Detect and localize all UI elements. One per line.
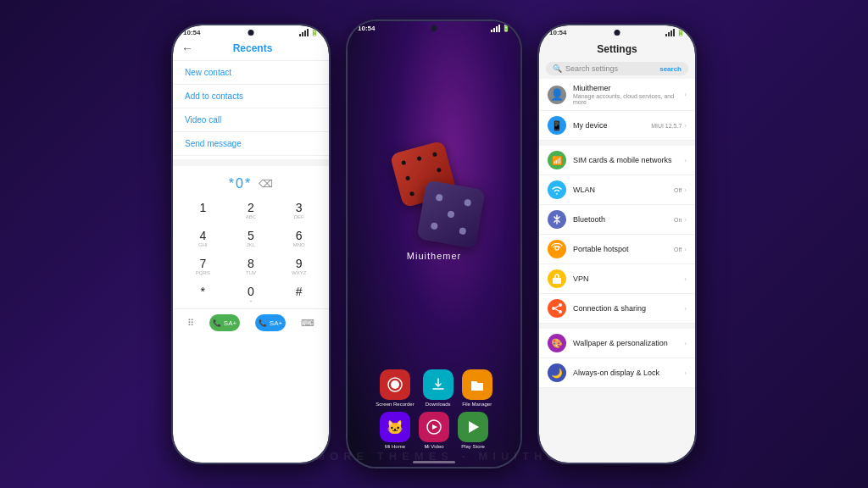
key-3[interactable]: 3DEF bbox=[275, 197, 322, 223]
settings-item-sim[interactable]: 📶 SIM cards & mobile networks › bbox=[539, 146, 695, 175]
key-7[interactable]: 7PQRS bbox=[180, 252, 226, 279]
battery-icon: 🔋 bbox=[310, 29, 319, 36]
chevron-icon: › bbox=[684, 369, 687, 377]
svg-point-2 bbox=[464, 199, 471, 207]
app-mi-home[interactable]: 🐱 Mi Home bbox=[380, 412, 410, 449]
call-button-2[interactable]: 📞 SA+ bbox=[255, 314, 286, 331]
dice-container bbox=[383, 142, 485, 244]
app-downloads[interactable]: Downloads bbox=[423, 369, 453, 407]
settings-item-bluetooth[interactable]: Bluetooth On › bbox=[539, 205, 695, 235]
svg-point-4 bbox=[459, 227, 466, 235]
punch-hole-camera bbox=[248, 30, 254, 36]
svg-point-10 bbox=[552, 307, 555, 310]
settings-item-vpn[interactable]: VPN › bbox=[539, 264, 695, 294]
nav-apps-icon[interactable]: ⠿ bbox=[187, 318, 194, 329]
punch-hole-camera-2 bbox=[431, 25, 437, 31]
key-number: 4 bbox=[181, 230, 225, 241]
app-row-1: Screen Recorder Downloads File Manager bbox=[356, 369, 512, 407]
miui-version: MIUI 12.5.7 bbox=[651, 123, 682, 129]
page-title: Recents bbox=[200, 42, 305, 54]
search-bar[interactable]: 🔍 Search settings search bbox=[546, 62, 688, 75]
key-number: 9 bbox=[277, 258, 320, 269]
settings-item-wlan[interactable]: WLAN Off › bbox=[539, 175, 695, 205]
svg-point-3 bbox=[431, 222, 438, 230]
key-number: 7 bbox=[181, 258, 225, 269]
menu-item-new-contact[interactable]: New contact bbox=[173, 61, 329, 85]
call-button-1[interactable]: 📞 SA+ bbox=[209, 314, 240, 331]
item-content: Bluetooth bbox=[573, 215, 667, 224]
keypad: 1 2ABC 3DEF 4GHI 5JKL 6MNO 7PQRS 8TUV 9W… bbox=[173, 195, 329, 308]
back-button[interactable]: ← bbox=[181, 42, 193, 55]
item-title: WLAN bbox=[573, 186, 667, 194]
key-star[interactable]: * bbox=[180, 280, 226, 307]
app-play-store[interactable]: Play Store bbox=[458, 412, 488, 449]
home-content: 10:54 🔋 bbox=[348, 21, 520, 467]
dot bbox=[409, 191, 415, 197]
call-label-2: SA+ bbox=[270, 319, 282, 327]
chevron-icon: › bbox=[684, 305, 687, 313]
app-screen-recorder[interactable]: Screen Recorder bbox=[376, 369, 414, 407]
chevron-icon: › bbox=[684, 186, 687, 194]
settings-item-wallpaper[interactable]: 🎨 Wallpaper & personalization › bbox=[539, 329, 695, 358]
chevron-icon: › bbox=[684, 91, 687, 98]
settings-item-connection-sharing[interactable]: Connection & sharing › bbox=[539, 294, 695, 324]
time-phone3: 10:54 bbox=[549, 29, 566, 36]
app-file-manager[interactable]: File Manager bbox=[462, 369, 492, 407]
item-content: Connection & sharing bbox=[573, 304, 677, 313]
key-9[interactable]: 9WXYZ bbox=[275, 252, 322, 279]
bluetooth-icon bbox=[548, 210, 566, 229]
app-icon-mi-home: 🐱 bbox=[380, 412, 410, 442]
app-icon-play-store bbox=[458, 412, 488, 442]
hotspot-icon bbox=[548, 240, 566, 258]
svg-point-12 bbox=[559, 310, 562, 313]
key-2[interactable]: 2ABC bbox=[228, 197, 275, 223]
account-icon: 👤 bbox=[548, 86, 566, 104]
app-name-label: Miuithemer bbox=[407, 251, 461, 261]
search-icon: 🔍 bbox=[553, 64, 562, 73]
key-1[interactable]: 1 bbox=[180, 197, 226, 223]
signal-icon bbox=[299, 29, 309, 36]
moon-icon: 🌙 bbox=[551, 368, 563, 379]
sim-icon: 📶 bbox=[548, 151, 566, 169]
app-row-2: 🐱 Mi Home Mi Video Play bbox=[356, 412, 512, 449]
app-label-mi-video: Mi Video bbox=[424, 444, 443, 449]
wallpaper-icon: 🎨 bbox=[548, 334, 566, 352]
key-number: 8 bbox=[230, 258, 273, 269]
search-button[interactable]: search bbox=[659, 65, 682, 73]
item-title: SIM cards & mobile networks bbox=[573, 156, 677, 164]
backspace-button[interactable]: ⌫ bbox=[259, 178, 273, 190]
key-6[interactable]: 6MNO bbox=[275, 225, 322, 251]
key-4[interactable]: 4GHI bbox=[180, 225, 226, 251]
menu-item-add-contacts[interactable]: Add to contacts bbox=[173, 85, 329, 108]
key-number: 5 bbox=[230, 230, 273, 241]
menu-item-send-message[interactable]: Send message bbox=[173, 132, 329, 156]
chevron-icon: › bbox=[684, 340, 687, 347]
key-5[interactable]: 5JKL bbox=[228, 225, 275, 251]
dot bbox=[417, 156, 422, 161]
wlan-status: Off bbox=[674, 187, 682, 193]
app-mi-video[interactable]: Mi Video bbox=[419, 412, 449, 449]
status-icons-phone3: 🔋 bbox=[665, 29, 685, 36]
vpn-icon bbox=[548, 269, 566, 288]
phone-dialer: 10:54 🔋 ← Recents New contact Add to con… bbox=[171, 24, 331, 464]
menu-item-video-call[interactable]: Video call bbox=[173, 108, 329, 132]
chevron-icon: › bbox=[684, 216, 687, 224]
home-bar bbox=[413, 461, 455, 463]
settings-item-miuithemer[interactable]: 👤 Miuithemer Manage accounts, cloud serv… bbox=[539, 79, 695, 111]
key-8[interactable]: 8TUV bbox=[228, 252, 275, 279]
chevron-icon: › bbox=[684, 246, 687, 253]
status-icons-phone1: 🔋 bbox=[299, 29, 319, 36]
key-hash[interactable]: # bbox=[275, 280, 322, 307]
dot bbox=[437, 168, 442, 173]
settings-item-hotspot[interactable]: Portable hotspot Off › bbox=[539, 235, 695, 264]
item-right: MIUI 12.5.7 › bbox=[651, 122, 687, 130]
settings-item-always-on[interactable]: 🌙 Always-on display & Lock › bbox=[539, 358, 695, 388]
key-0[interactable]: 0+ bbox=[228, 280, 275, 307]
keyboard-icon[interactable]: ⌨ bbox=[301, 318, 314, 329]
item-title: My device bbox=[573, 121, 644, 130]
settings-item-my-device[interactable]: 📱 My device MIUI 12.5.7 › bbox=[539, 111, 695, 141]
hotspot-status: Off bbox=[674, 247, 682, 252]
item-content: Miuithemer Manage accounts, cloud servic… bbox=[573, 84, 677, 105]
svg-point-11 bbox=[559, 303, 562, 307]
item-title: Miuithemer bbox=[573, 84, 677, 92]
